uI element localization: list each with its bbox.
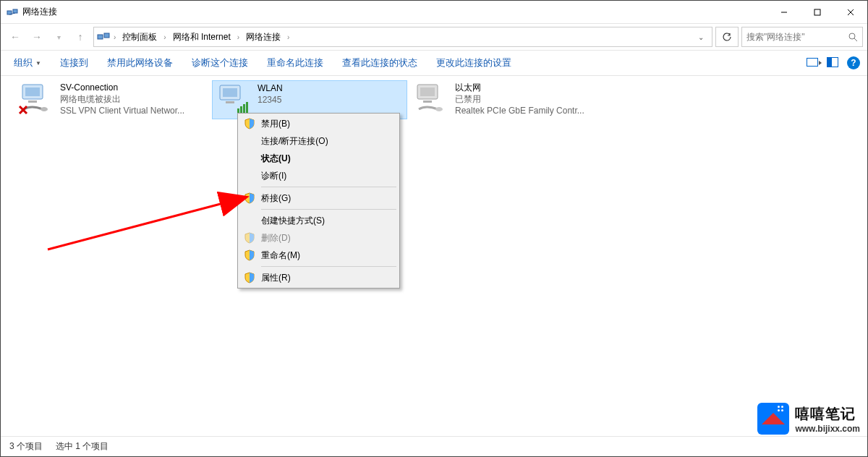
- menu-separator: [261, 187, 396, 187]
- window-title: 网络连接: [22, 6, 767, 18]
- shield-icon: [244, 232, 255, 244]
- menu-separator: [261, 209, 396, 210]
- menu-properties[interactable]: 属性(R): [239, 269, 398, 286]
- adapter-list: SV-Connection 网络电缆被拔出 SSL VPN Client Vir…: [1, 76, 867, 436]
- svg-rect-3: [814, 9, 820, 15]
- adapter-detail: SSL VPN Client Virtual Networ...: [60, 105, 184, 116]
- forward-button[interactable]: →: [27, 27, 47, 47]
- rename-button[interactable]: 重命名此连接: [261, 54, 329, 72]
- up-button[interactable]: ↑: [70, 27, 90, 47]
- svg-line-9: [854, 38, 857, 41]
- search-placeholder: 搜索"网络连接": [746, 31, 848, 43]
- menu-delete: 删除(D): [239, 229, 398, 247]
- shield-icon: [244, 249, 255, 261]
- breadcrumb[interactable]: › 控制面板 › 网络和 Internet › 网络连接 › ⌄: [93, 27, 712, 47]
- svg-rect-7: [104, 33, 109, 38]
- shield-icon: [244, 192, 255, 204]
- menu-bridge[interactable]: 桥接(G): [239, 189, 398, 207]
- maximize-button[interactable]: [801, 1, 834, 23]
- adapter-status: 网络电缆被拔出: [60, 93, 184, 105]
- status-item-count: 3 个项目: [9, 440, 43, 453]
- layout-pane-button[interactable]: [827, 57, 838, 69]
- adapter-name: WLAN: [258, 82, 283, 94]
- breadcrumb-sep: ›: [111, 33, 118, 41]
- svg-rect-1: [13, 9, 17, 13]
- adapter-name: SV-Connection: [60, 82, 184, 93]
- titlebar: 网络连接: [1, 1, 867, 24]
- breadcrumb-dropdown[interactable]: ⌄: [692, 33, 709, 41]
- view-status-button[interactable]: 查看此连接的状态: [336, 54, 423, 72]
- search-input[interactable]: 搜索"网络连接": [741, 27, 863, 47]
- disable-device-button[interactable]: 禁用此网络设备: [101, 54, 179, 72]
- svg-rect-17: [223, 88, 237, 97]
- status-selected-count: 选中 1 个项目: [56, 440, 109, 453]
- adapter-item-sv-connection[interactable]: SV-Connection 网络电缆被拔出 SSL VPN Client Vir…: [15, 80, 210, 119]
- shield-icon: [244, 272, 255, 283]
- minimize-button[interactable]: [767, 1, 801, 23]
- svg-rect-24: [420, 87, 435, 96]
- search-icon: [848, 32, 858, 42]
- back-button[interactable]: ←: [5, 27, 25, 47]
- menu-rename[interactable]: 重命名(M): [239, 247, 398, 264]
- adapter-item-ethernet[interactable]: 以太网 已禁用 Realtek PCIe GbE Family Contr...: [410, 80, 605, 119]
- adapter-icon: [18, 82, 54, 116]
- adapter-icon: [216, 82, 252, 117]
- menu-disable[interactable]: 禁用(B): [239, 115, 398, 132]
- annotation-arrow: [44, 192, 261, 257]
- shield-icon: [244, 118, 255, 129]
- svg-rect-21: [243, 104, 245, 113]
- help-icon[interactable]: ?: [847, 56, 860, 69]
- context-menu: 禁用(B) 连接/断开连接(O) 状态(U) 诊断(I) 桥接(G) 创建快捷方…: [237, 113, 400, 289]
- adapter-icon: [413, 82, 449, 116]
- adapter-status: 12345: [258, 94, 283, 106]
- navigation-bar: ← → ▾ ↑ › 控制面板 › 网络和 Internet › 网络连接 › ⌄…: [1, 24, 867, 50]
- diagnose-button[interactable]: 诊断这个连接: [186, 54, 254, 72]
- close-button[interactable]: [834, 1, 867, 23]
- svg-line-27: [48, 197, 245, 249]
- adapter-name: 以太网: [455, 82, 584, 93]
- svg-rect-6: [98, 35, 103, 39]
- svg-rect-11: [25, 87, 40, 96]
- menu-separator: [261, 266, 396, 267]
- menu-diagnose[interactable]: 诊断(I): [239, 167, 398, 184]
- menu-connect-disconnect[interactable]: 连接/断开连接(O): [239, 132, 398, 150]
- watermark: 嘻嘻笔记 www.bijixx.com: [757, 403, 860, 435]
- watermark-logo: [757, 403, 789, 435]
- menu-create-shortcut[interactable]: 创建快捷方式(S): [239, 212, 398, 229]
- svg-rect-18: [226, 101, 234, 103]
- view-options-button[interactable]: [807, 58, 818, 69]
- adapter-detail: Realtek PCIe GbE Family Contr...: [455, 105, 584, 116]
- breadcrumb-item[interactable]: 网络连接: [243, 30, 284, 45]
- svg-point-13: [41, 107, 48, 111]
- svg-rect-20: [240, 106, 242, 113]
- menu-status[interactable]: 状态(U): [239, 150, 398, 167]
- breadcrumb-item[interactable]: 控制面板: [119, 30, 160, 45]
- app-icon: [7, 7, 18, 18]
- status-bar: 3 个项目 选中 1 个项目: [1, 436, 867, 456]
- svg-point-26: [435, 107, 443, 111]
- organize-button[interactable]: 组织▼: [8, 54, 47, 72]
- window-controls: [767, 1, 867, 23]
- refresh-button[interactable]: [715, 27, 739, 47]
- svg-rect-22: [246, 102, 248, 113]
- svg-point-8: [849, 33, 855, 39]
- connect-to-button[interactable]: 连接到: [54, 54, 94, 72]
- svg-rect-12: [28, 101, 37, 103]
- breadcrumb-icon: [97, 30, 110, 43]
- svg-rect-25: [423, 101, 432, 103]
- recent-dropdown[interactable]: ▾: [48, 27, 69, 47]
- watermark-url: www.bijixx.com: [795, 424, 860, 434]
- adapter-status: 已禁用: [455, 93, 584, 105]
- command-bar: 组织▼ 连接到 禁用此网络设备 诊断这个连接 重命名此连接 查看此连接的状态 更…: [1, 50, 867, 76]
- watermark-title: 嘻嘻笔记: [795, 404, 860, 424]
- change-settings-button[interactable]: 更改此连接的设置: [430, 54, 517, 72]
- breadcrumb-item[interactable]: 网络和 Internet: [170, 30, 234, 45]
